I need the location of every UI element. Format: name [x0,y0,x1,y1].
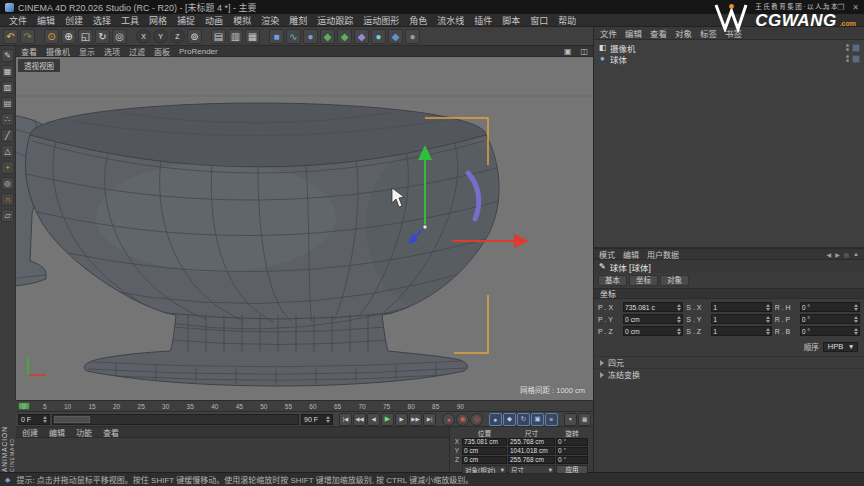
environment-icon[interactable]: ● [371,29,386,44]
material-menu-item[interactable]: 功能 [76,427,92,438]
value-field[interactable]: 0 ° [800,326,860,336]
generator-icon[interactable]: ◆ [320,29,335,44]
viewport-menu-item[interactable]: 过滤 [129,46,145,57]
last-tool-icon[interactable]: ◎ [112,29,127,44]
render-settings-icon[interactable]: ▥ [228,29,243,44]
position-field[interactable]: 735.081 cm [462,438,507,446]
history-back-icon[interactable]: ◀ [827,251,832,258]
viewport-3d-scene[interactable] [16,57,593,400]
visibility-dots[interactable] [846,44,849,51]
viewport-solo-icon[interactable]: ◎ [1,177,14,190]
scale-tool-icon[interactable]: ◱ [78,29,93,44]
object-manager-menu-item[interactable]: 编辑 [625,27,642,39]
object-manager-menu-item[interactable]: 文件 [600,27,617,39]
value-field[interactable]: 0 ° [800,314,860,324]
value-field[interactable]: 1 [711,302,771,312]
size-field[interactable]: 255.768 cm [508,456,555,464]
menu-item[interactable]: 编辑 [32,14,60,27]
x-axis-lock-icon[interactable]: X [136,29,151,44]
timeline-ruler[interactable]: 051015202530354045505560657075808590 [16,400,593,411]
record-options-button[interactable]: ◎ [470,413,483,426]
rotation-field[interactable]: 0 ° [556,438,588,446]
menu-item[interactable]: 动画 [200,14,228,27]
modeling-icon[interactable]: ◆ [337,29,352,44]
enable-snap-icon[interactable]: ∩ [1,193,14,206]
value-field[interactable]: 0 cm [623,314,683,324]
undo-icon[interactable]: ↶ [3,29,18,44]
attribute-menu-item[interactable]: 编辑 [623,249,639,260]
workplane-snap-icon[interactable]: ▱ [1,209,14,222]
timeline-layout-button[interactable]: ▦ [578,413,591,426]
edges-mode-icon[interactable]: ╱ [1,129,14,142]
viewport-menu-item[interactable]: ProRender [179,47,218,56]
keyframe-presets-button[interactable]: ▾ [564,413,577,426]
menu-item[interactable]: 流水线 [432,14,469,27]
object-tag-icon[interactable] [852,44,860,52]
lock-icon[interactable]: ▲ [853,251,859,258]
attribute-tab[interactable]: 对象 [660,275,689,286]
menu-item[interactable]: 插件 [469,14,497,27]
attribute-menu-item[interactable]: 用户数据 [647,249,679,260]
go-to-start-button[interactable]: |◀ [339,413,352,426]
make-editable-icon[interactable]: ✎ [1,49,14,62]
menu-item[interactable]: 运动图形 [358,14,404,27]
viewport-canvas[interactable]: 透视视图 网格间距 : 1000 cm [16,57,593,400]
apply-button[interactable]: 应用 [556,465,588,474]
coordinate-system-icon[interactable]: ⊚ [187,29,202,44]
end-frame-spinner[interactable] [326,416,330,423]
value-field[interactable]: 1 [711,326,771,336]
z-axis-lock-icon[interactable]: Z [170,29,185,44]
material-menu-item[interactable]: 创建 [22,427,38,438]
menu-item[interactable]: 帮助 [553,14,581,27]
menu-item[interactable]: 选择 [88,14,116,27]
object-manager-menu-item[interactable]: 查看 [650,27,667,39]
attribute-group[interactable]: 四元 [594,356,864,368]
y-axis-lock-icon[interactable]: Y [153,29,168,44]
menu-item[interactable]: 窗口 [525,14,553,27]
four-view-icon[interactable]: ◫ [580,47,588,56]
coordinates-section-header[interactable]: 坐标 [594,288,864,299]
view-label[interactable]: 透视视图 [18,59,60,72]
texture-mode-icon[interactable]: ▨ [1,81,14,94]
key-parameter-button[interactable]: ▣ [531,413,544,426]
move-tool-icon[interactable]: ⊕ [61,29,76,44]
render-view-icon[interactable]: ▤ [211,29,226,44]
size-mode-select[interactable]: 尺寸▾ [508,465,555,474]
menu-item[interactable]: 运动跟踪 [312,14,358,27]
slider-handle[interactable] [54,416,90,423]
value-field[interactable]: 0 ° [800,302,860,312]
menu-item[interactable]: 模拟 [228,14,256,27]
current-frame-field[interactable]: 0 F [18,414,50,425]
key-position-button[interactable]: ● [489,413,502,426]
add-cube-icon[interactable]: ■ [269,29,284,44]
attribute-tab[interactable]: 基本 [598,275,627,286]
menu-item[interactable]: 网格 [144,14,172,27]
separator[interactable] [37,29,42,44]
go-to-end-button[interactable]: ▶| [423,413,436,426]
single-view-icon[interactable]: ▣ [564,47,572,56]
previous-frame-button[interactable]: ◀ [367,413,380,426]
position-field[interactable]: 0 cm [462,456,507,464]
menu-item[interactable]: 捕捉 [172,14,200,27]
menu-item[interactable]: 创建 [60,14,88,27]
visibility-dots[interactable] [846,55,849,62]
previous-key-button[interactable]: ◀◀ [353,413,366,426]
rotation-field[interactable]: 0 ° [556,456,588,464]
separator[interactable] [204,29,209,44]
viewport-menu-item[interactable]: 选项 [104,46,120,57]
points-mode-icon[interactable]: ∴ [1,113,14,126]
object-manager-menu-item[interactable]: 对象 [675,27,692,39]
model-mode-icon[interactable]: ▦ [1,65,14,78]
workplane-mode-icon[interactable]: ▤ [1,97,14,110]
key-rotation-button[interactable]: ↻ [517,413,530,426]
position-field[interactable]: 0 cm [462,447,507,455]
live-selection-icon[interactable]: ⊙ [44,29,59,44]
end-frame-field[interactable]: 90 F [301,414,333,425]
menu-item[interactable]: 角色 [404,14,432,27]
polygons-mode-icon[interactable]: △ [1,145,14,158]
volume-icon[interactable]: ● [405,29,420,44]
deformer-icon[interactable]: ◆ [354,29,369,44]
object-tag-icon[interactable] [852,55,860,63]
attribute-group[interactable]: 冻结变换 [594,368,864,380]
attribute-menu-item[interactable]: 模式 [599,249,615,260]
